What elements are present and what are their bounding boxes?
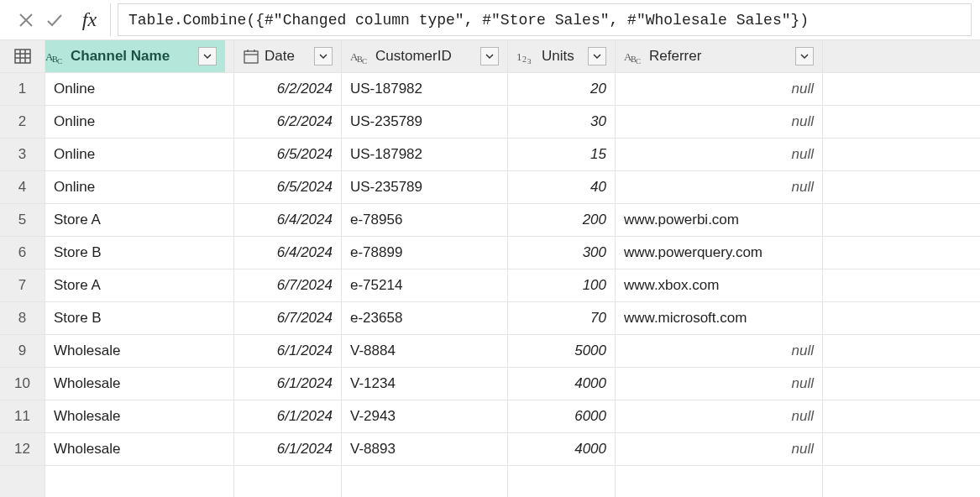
column-filter-button[interactable] — [198, 47, 217, 65]
cell-units[interactable]: 40 — [508, 171, 616, 203]
row-number[interactable]: 2 — [0, 106, 45, 138]
cell-units[interactable]: 30 — [508, 106, 616, 138]
confirm-formula-button[interactable] — [40, 3, 69, 36]
cell-customerid[interactable]: e-78956 — [342, 204, 508, 236]
row-number[interactable]: 6 — [0, 237, 45, 269]
row-number[interactable]: 5 — [0, 204, 45, 236]
row-number[interactable] — [0, 466, 45, 497]
cell-referrer[interactable] — [616, 466, 823, 497]
row-number[interactable]: 4 — [0, 171, 45, 203]
cell-units[interactable]: 5000 — [508, 335, 616, 367]
row-number[interactable]: 12 — [0, 433, 45, 465]
cell-channel[interactable]: Wholesale — [45, 368, 234, 400]
table-row: 8Store B6/7/2024e-2365870www.microsoft.c… — [0, 302, 980, 335]
cell-units[interactable]: 20 — [508, 73, 616, 105]
formula-bar: fx Table.Combine({#"Changed column type"… — [0, 0, 980, 40]
cell-referrer[interactable]: null — [616, 335, 823, 367]
column-filter-button[interactable] — [588, 47, 606, 65]
select-all-corner[interactable] — [0, 40, 45, 72]
cell-channel[interactable]: Wholesale — [45, 335, 234, 367]
row-number[interactable]: 9 — [0, 335, 45, 367]
cell-date[interactable]: 6/7/2024 — [234, 269, 342, 301]
column-header-date[interactable]: Date — [234, 40, 342, 72]
cell-referrer[interactable]: null — [616, 433, 823, 465]
cell-customerid[interactable]: V-8884 — [342, 335, 508, 367]
column-filter-button[interactable] — [795, 47, 814, 65]
svg-text:C: C — [57, 57, 62, 64]
cell-customerid[interactable]: US-235789 — [342, 106, 508, 138]
cell-date[interactable]: 6/1/2024 — [234, 368, 342, 400]
cell-customerid[interactable]: V-2943 — [342, 400, 508, 432]
cell-referrer[interactable]: null — [616, 171, 823, 203]
cell-channel[interactable]: Online — [45, 73, 234, 105]
cell-channel[interactable]: Wholesale — [45, 400, 234, 432]
row-number[interactable]: 11 — [0, 400, 45, 432]
cell-referrer[interactable]: null — [616, 73, 823, 105]
cell-units[interactable] — [508, 466, 616, 497]
cell-date[interactable] — [234, 466, 342, 497]
cell-channel[interactable]: Store A — [45, 204, 234, 236]
cell-channel[interactable]: Wholesale — [45, 433, 234, 465]
column-header-customerid[interactable]: ABC CustomerID — [342, 40, 508, 72]
cell-date[interactable]: 6/1/2024 — [234, 335, 342, 367]
cell-date[interactable]: 6/2/2024 — [234, 73, 342, 105]
cell-channel[interactable]: Store B — [45, 237, 234, 269]
row-number[interactable]: 10 — [0, 368, 45, 400]
cell-channel[interactable]: Store B — [45, 302, 234, 334]
cell-date[interactable]: 6/1/2024 — [234, 433, 342, 465]
cell-referrer[interactable]: www.xbox.com — [616, 269, 823, 301]
cell-referrer[interactable]: null — [616, 368, 823, 400]
cell-units[interactable]: 200 — [508, 204, 616, 236]
cell-date[interactable]: 6/4/2024 — [234, 237, 342, 269]
formula-input[interactable]: Table.Combine({#"Changed column type", #… — [118, 3, 972, 36]
fx-label: fx — [69, 3, 111, 36]
cell-referrer[interactable]: www.powerquery.com — [616, 237, 823, 269]
cell-date[interactable]: 6/5/2024 — [234, 171, 342, 203]
cell-units[interactable]: 6000 — [508, 400, 616, 432]
cell-referrer[interactable]: null — [616, 400, 823, 432]
cell-customerid[interactable]: e-23658 — [342, 302, 508, 334]
row-number[interactable]: 3 — [0, 139, 45, 170]
cell-customerid[interactable]: V-1234 — [342, 368, 508, 400]
cell-customerid[interactable]: US-187982 — [342, 139, 508, 170]
cell-units[interactable]: 4000 — [508, 433, 616, 465]
null-value: null — [624, 375, 814, 392]
cell-channel[interactable]: Store A — [45, 269, 234, 301]
cell-channel[interactable]: Online — [45, 171, 234, 203]
cell-units[interactable]: 4000 — [508, 368, 616, 400]
cell-date[interactable]: 6/5/2024 — [234, 139, 342, 170]
row-number[interactable]: 7 — [0, 269, 45, 301]
cell-date[interactable]: 6/4/2024 — [234, 204, 342, 236]
cell-units[interactable]: 300 — [508, 237, 616, 269]
cell-channel[interactable]: Online — [45, 106, 234, 138]
column-header-units[interactable]: 123 Units — [508, 40, 616, 72]
row-number[interactable]: 8 — [0, 302, 45, 334]
cell-date[interactable]: 6/7/2024 — [234, 302, 342, 334]
cell-customerid[interactable]: US-235789 — [342, 171, 508, 203]
column-filter-button[interactable] — [314, 47, 333, 65]
cell-referrer[interactable]: null — [616, 139, 823, 170]
cell-units[interactable]: 15 — [508, 139, 616, 170]
cell-date[interactable]: 6/2/2024 — [234, 106, 342, 138]
cell-customerid[interactable]: V-8893 — [342, 433, 508, 465]
cell-referrer[interactable]: null — [616, 106, 823, 138]
cell-channel[interactable] — [45, 466, 234, 497]
table-row: 9Wholesale6/1/2024V-88845000null — [0, 335, 980, 368]
cell-customerid[interactable] — [342, 466, 508, 497]
column-header-channel[interactable]: ABC Channel Name — [45, 40, 234, 72]
null-value: null — [624, 113, 814, 130]
cell-channel[interactable]: Online — [45, 139, 234, 170]
row-number[interactable]: 1 — [0, 73, 45, 105]
table-row: 5Store A6/4/2024e-78956200www.powerbi.co… — [0, 204, 980, 237]
cell-units[interactable]: 70 — [508, 302, 616, 334]
cell-customerid[interactable]: e-78899 — [342, 237, 508, 269]
cell-customerid[interactable]: US-187982 — [342, 73, 508, 105]
column-filter-button[interactable] — [480, 47, 499, 65]
cancel-formula-button[interactable] — [12, 3, 40, 36]
cell-units[interactable]: 100 — [508, 269, 616, 301]
cell-customerid[interactable]: e-75214 — [342, 269, 508, 301]
cell-referrer[interactable]: www.microsoft.com — [616, 302, 823, 334]
cell-date[interactable]: 6/1/2024 — [234, 400, 342, 432]
column-header-referrer[interactable]: ABC Referrer — [616, 40, 823, 72]
cell-referrer[interactable]: www.powerbi.com — [616, 204, 823, 236]
